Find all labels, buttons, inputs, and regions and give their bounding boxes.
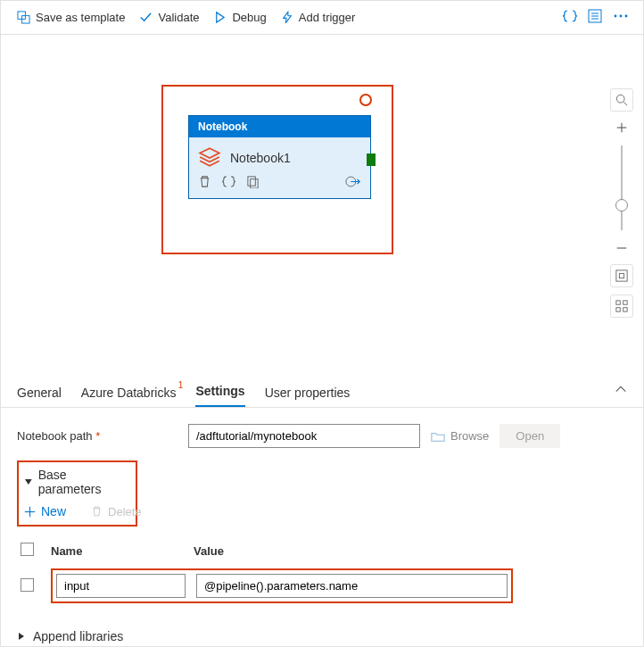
properties-button[interactable] bbox=[582, 5, 607, 29]
svg-point-12 bbox=[616, 95, 624, 103]
lightning-icon bbox=[281, 11, 293, 24]
check-icon bbox=[139, 11, 153, 24]
open-button[interactable]: Open bbox=[500, 424, 560, 448]
validate-button[interactable]: Validate bbox=[132, 7, 206, 28]
zoom-out-button[interactable] bbox=[610, 239, 633, 257]
browse-button[interactable]: Browse bbox=[431, 429, 489, 443]
row-checkbox[interactable] bbox=[21, 578, 34, 592]
svg-rect-19 bbox=[616, 301, 620, 304]
triangle-right-icon bbox=[17, 632, 26, 641]
canvas-tools bbox=[609, 88, 634, 318]
search-icon bbox=[615, 94, 628, 106]
pipeline-canvas[interactable]: Notebook Notebook1 bbox=[1, 35, 643, 374]
arrow-right-circle-icon bbox=[345, 175, 361, 188]
clone-activity-button[interactable] bbox=[246, 175, 260, 191]
fit-to-screen-button[interactable] bbox=[610, 264, 633, 287]
triangle-down-icon bbox=[24, 477, 33, 486]
settings-panel: Notebook path * Browse Open Base paramet… bbox=[1, 408, 643, 643]
notebook-path-input[interactable] bbox=[188, 424, 420, 448]
column-header-name: Name bbox=[47, 537, 190, 566]
zoom-slider-thumb[interactable] bbox=[615, 199, 628, 212]
annotation-highlight bbox=[51, 568, 513, 603]
ellipsis-icon bbox=[613, 9, 629, 23]
activity-code-button[interactable] bbox=[222, 175, 235, 191]
append-libraries-toggle[interactable]: Append libraries bbox=[17, 629, 627, 643]
save-as-template-button[interactable]: Save as template bbox=[10, 7, 132, 28]
svg-rect-18 bbox=[619, 273, 623, 278]
activity-tabs: General Azure Databricks 1 Settings User… bbox=[1, 374, 643, 408]
tab-settings[interactable]: Settings bbox=[195, 384, 244, 407]
svg-rect-17 bbox=[616, 270, 627, 281]
validation-error-icon bbox=[359, 94, 372, 106]
svg-rect-21 bbox=[616, 308, 620, 311]
table-row bbox=[17, 566, 516, 606]
activity-output-button[interactable] bbox=[345, 175, 361, 191]
trash-icon bbox=[198, 175, 211, 188]
activity-node-title: Notebook1 bbox=[230, 151, 291, 165]
collapse-panel-button[interactable] bbox=[615, 383, 627, 398]
svg-line-13 bbox=[623, 102, 627, 105]
search-canvas-button[interactable] bbox=[610, 88, 633, 112]
zoom-slider[interactable] bbox=[621, 145, 623, 230]
list-icon bbox=[588, 9, 602, 23]
fit-icon bbox=[615, 270, 628, 282]
delete-parameter-button: Delete bbox=[91, 505, 142, 518]
save-as-template-label: Save as template bbox=[36, 11, 125, 24]
braces-icon bbox=[222, 175, 235, 188]
svg-rect-20 bbox=[623, 301, 627, 304]
minus-icon bbox=[615, 242, 628, 254]
column-header-value: Value bbox=[190, 537, 516, 566]
top-toolbar: Save as template Validate Debug Add trig… bbox=[1, 1, 643, 35]
svg-rect-10 bbox=[251, 179, 258, 188]
svg-point-6 bbox=[615, 15, 617, 18]
svg-point-7 bbox=[620, 15, 623, 18]
braces-icon bbox=[563, 9, 577, 23]
code-button[interactable] bbox=[557, 5, 582, 29]
add-trigger-label: Add trigger bbox=[299, 11, 356, 24]
param-value-input[interactable] bbox=[196, 574, 508, 598]
svg-rect-22 bbox=[623, 308, 627, 311]
activity-node-header: Notebook bbox=[189, 116, 370, 137]
copy-icon bbox=[246, 175, 260, 188]
select-all-checkbox[interactable] bbox=[21, 543, 34, 556]
zoom-in-button[interactable] bbox=[610, 119, 633, 137]
base-parameters-toggle[interactable]: Base parameters bbox=[24, 468, 130, 496]
annotation-highlight: Base parameters New Delete bbox=[17, 460, 137, 527]
validation-count-badge: 1 bbox=[178, 380, 184, 390]
new-parameter-button[interactable]: New bbox=[24, 504, 66, 518]
param-name-input[interactable] bbox=[56, 574, 186, 598]
validate-label: Validate bbox=[158, 11, 199, 24]
tab-general[interactable]: General bbox=[17, 386, 62, 407]
svg-rect-9 bbox=[248, 177, 255, 186]
plus-icon bbox=[24, 506, 36, 518]
add-trigger-button[interactable]: Add trigger bbox=[274, 7, 363, 28]
success-connector[interactable] bbox=[367, 153, 376, 166]
play-icon bbox=[213, 11, 227, 24]
trash-icon bbox=[91, 505, 103, 518]
plus-icon bbox=[615, 121, 628, 134]
more-button[interactable] bbox=[607, 5, 634, 29]
svg-point-8 bbox=[625, 15, 628, 18]
notebook-path-label: Notebook path * bbox=[17, 429, 178, 443]
activity-node[interactable]: Notebook Notebook1 bbox=[188, 115, 371, 199]
tab-azure-databricks[interactable]: Azure Databricks 1 bbox=[81, 386, 177, 407]
databricks-icon bbox=[198, 146, 221, 170]
debug-button[interactable]: Debug bbox=[206, 7, 273, 28]
tab-user-properties[interactable]: User properties bbox=[265, 386, 351, 407]
parameters-table: Name Value bbox=[17, 537, 516, 606]
debug-label: Debug bbox=[232, 11, 266, 24]
template-icon bbox=[17, 11, 30, 24]
folder-icon bbox=[431, 430, 445, 443]
grid-icon bbox=[615, 300, 628, 312]
chevron-up-icon bbox=[615, 383, 627, 395]
delete-activity-button[interactable] bbox=[198, 175, 211, 191]
auto-align-button[interactable] bbox=[610, 294, 633, 318]
